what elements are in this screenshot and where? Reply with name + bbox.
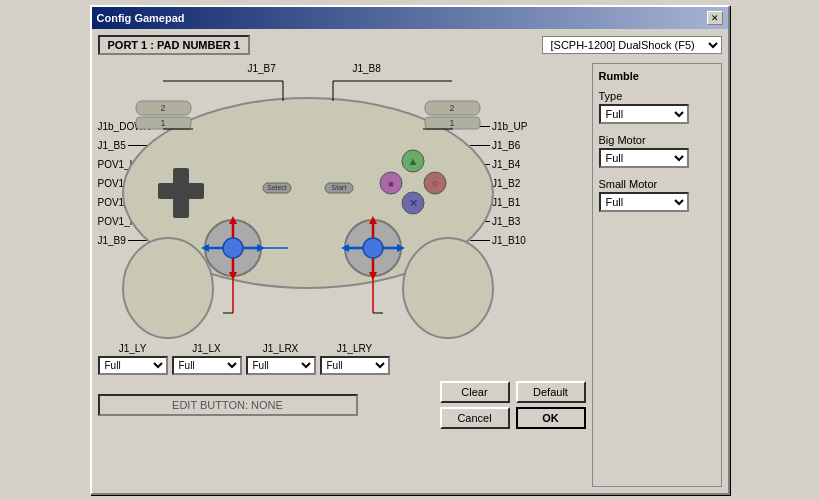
top-action-row: Clear Default <box>440 381 586 403</box>
stick-lry-select[interactable]: FullPosNegNone <box>320 356 390 375</box>
bottom-row: EDIT BUTTON: NONE Clear Default Cancel O… <box>98 381 586 429</box>
cancel-button[interactable]: Cancel <box>440 407 510 429</box>
svg-point-1 <box>123 238 213 338</box>
rumble-big-label: Big Motor <box>599 134 715 146</box>
svg-text:2: 2 <box>449 103 454 113</box>
device-select-container: [SCPH-1200] DualShock (F5) <box>542 36 722 54</box>
rumble-type-label: Type <box>599 90 715 102</box>
title-bar: Config Gamepad ✕ <box>92 7 728 29</box>
device-select[interactable]: [SCPH-1200] DualShock (F5) <box>542 36 722 54</box>
svg-text:▲: ▲ <box>407 155 418 167</box>
svg-point-32 <box>363 238 383 258</box>
svg-point-2 <box>403 238 493 338</box>
svg-text:✕: ✕ <box>408 197 417 209</box>
default-button[interactable]: Default <box>516 381 586 403</box>
port-label: PORT 1 : PAD NUMBER 1 <box>98 35 250 55</box>
rumble-big-select[interactable]: FullPosNegNone <box>599 148 689 168</box>
svg-point-24 <box>223 238 243 258</box>
bottom-action-row: Cancel OK <box>440 407 586 429</box>
stick-lx-select[interactable]: FullPosNegNone <box>172 356 242 375</box>
rumble-big-section: Big Motor FullPosNegNone <box>599 134 715 168</box>
window-body: PORT 1 : PAD NUMBER 1 [SCPH-1200] DualSh… <box>92 29 728 493</box>
top-bar: PORT 1 : PAD NUMBER 1 [SCPH-1200] DualSh… <box>98 35 722 55</box>
stick-lrx-select[interactable]: FullPosNegNone <box>246 356 316 375</box>
svg-text:Select: Select <box>267 184 287 191</box>
main-area: J1b_DOWN J1_B5 POV1_UP POV1_LEF <box>98 63 722 487</box>
clear-button[interactable]: Clear <box>440 381 510 403</box>
rumble-small-label: Small Motor <box>599 178 715 190</box>
config-gamepad-window: Config Gamepad ✕ PORT 1 : PAD NUMBER 1 [… <box>90 5 730 495</box>
svg-text:2: 2 <box>160 103 165 113</box>
rumble-title: Rumble <box>599 70 715 82</box>
svg-text:1: 1 <box>160 118 165 128</box>
stick-ly-select[interactable]: FullPosNegNone <box>98 356 168 375</box>
svg-text:■: ■ <box>388 179 393 189</box>
rumble-panel: Rumble Type FullPosNegNone Big Motor Ful… <box>592 63 722 487</box>
title-bar-controls: ✕ <box>707 11 723 25</box>
svg-text:○: ○ <box>431 177 438 189</box>
rumble-type-select[interactable]: FullPosNegNone <box>599 104 689 124</box>
window-title: Config Gamepad <box>97 12 185 24</box>
svg-rect-12 <box>158 183 204 199</box>
close-button[interactable]: ✕ <box>707 11 723 25</box>
edit-bar: EDIT BUTTON: NONE <box>98 394 358 416</box>
rumble-small-section: Small Motor FullPosNegNone <box>599 178 715 212</box>
gamepad-wrapper: J1b_DOWN J1_B5 POV1_UP POV1_LEF <box>98 63 528 353</box>
gamepad-svg: 2 1 2 1 <box>108 73 508 343</box>
action-buttons: Clear Default Cancel OK <box>440 381 586 429</box>
rumble-type-section: Type FullPosNegNone <box>599 90 715 124</box>
svg-text:1: 1 <box>449 118 454 128</box>
gamepad-section: J1b_DOWN J1_B5 POV1_UP POV1_LEF <box>98 63 586 487</box>
ok-button[interactable]: OK <box>516 407 586 429</box>
svg-text:Start: Start <box>331 184 346 191</box>
rumble-small-select[interactable]: FullPosNegNone <box>599 192 689 212</box>
